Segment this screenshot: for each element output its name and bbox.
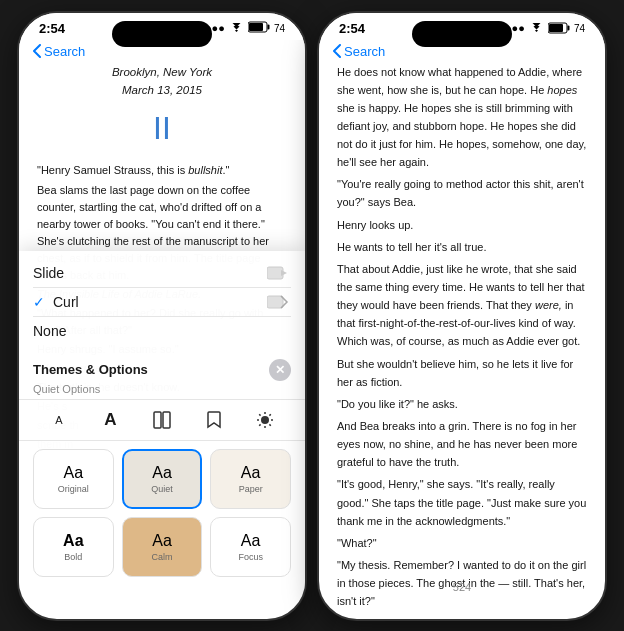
svg-rect-18	[549, 24, 563, 32]
reader-para-4: He wants to tell her it's all true.	[337, 238, 587, 256]
theme-quiet-label: Quiet	[151, 484, 173, 494]
bookmark-button[interactable]	[199, 406, 229, 434]
chevron-left-icon-right	[333, 44, 341, 58]
bookmark-icon	[207, 411, 221, 429]
reader-para-10: "What?"	[337, 534, 587, 552]
theme-focus-label: Focus	[238, 552, 263, 562]
quiet-options-label: Quiet Options	[19, 383, 305, 399]
svg-point-7	[261, 416, 269, 424]
slide-option-curl[interactable]: ✓ Curl	[33, 288, 291, 317]
chevron-left-icon-left	[33, 44, 41, 58]
checkmark-icon: ✓	[33, 294, 45, 310]
close-button[interactable]: ✕	[269, 359, 291, 381]
theme-bold-label: Bold	[64, 552, 82, 562]
theme-bold-aa: Aa	[63, 532, 83, 550]
left-phone: 2:54 ●●● 74 Search	[17, 11, 307, 621]
themes-title: Themes & Options	[33, 362, 148, 377]
book-header: Brooklyn, New YorkMarch 13, 2015	[37, 63, 287, 100]
svg-rect-3	[267, 267, 283, 279]
right-phone: 2:54 ●●● 74 Search	[317, 11, 607, 621]
svg-rect-6	[163, 412, 170, 428]
svg-rect-4	[267, 296, 283, 308]
back-label-left: Search	[44, 44, 85, 59]
dynamic-island	[112, 21, 212, 47]
slide-label: Slide	[33, 265, 64, 281]
reader-para-3: Henry looks up.	[337, 216, 587, 234]
columns-icon	[153, 411, 171, 429]
back-button-right[interactable]: Search	[333, 44, 385, 59]
theme-bold[interactable]: Aa Bold	[33, 517, 114, 577]
theme-focus[interactable]: Aa Focus	[210, 517, 291, 577]
svg-line-15	[259, 424, 260, 425]
sun-icon	[256, 411, 274, 429]
battery-percent-left: 74	[274, 23, 285, 34]
theme-quiet[interactable]: Aa Quiet	[122, 449, 203, 509]
curl-icon	[267, 294, 291, 310]
reader-para-9: "It's good, Henry," she says. "It's real…	[337, 475, 587, 529]
theme-calm[interactable]: Aa Calm	[122, 517, 203, 577]
reader-para-8: And Bea breaks into a grin. There is no …	[337, 417, 587, 471]
themes-header: Themes & Options ✕	[19, 353, 305, 383]
slide-option-slide[interactable]: Slide	[33, 259, 291, 288]
brightness-button[interactable]	[250, 406, 280, 434]
columns-button[interactable]	[147, 406, 177, 434]
theme-calm-aa: Aa	[152, 532, 172, 550]
theme-calm-label: Calm	[151, 552, 172, 562]
page-number: 524	[453, 581, 471, 593]
slide-icon	[267, 265, 291, 281]
svg-line-14	[270, 414, 271, 415]
battery-icon-left	[248, 21, 270, 33]
battery-icon-right	[548, 22, 570, 34]
theme-quiet-aa: Aa	[152, 464, 172, 482]
svg-rect-2	[249, 23, 263, 31]
book-content-left: Brooklyn, New YorkMarch 13, 2015 II "Hen…	[19, 63, 305, 589]
svg-line-12	[259, 414, 260, 415]
wifi-icon-right	[529, 23, 544, 34]
slide-options: Slide ✓ Curl	[19, 251, 305, 353]
small-font-button[interactable]: A	[44, 406, 74, 434]
large-font-button[interactable]: A	[95, 406, 125, 434]
time-left: 2:54	[39, 21, 65, 36]
reader-para-1: He does not know what happened to Addie,…	[337, 63, 587, 172]
battery-left	[248, 21, 270, 35]
wifi-icon	[229, 23, 244, 34]
text-toolbar: A A	[19, 399, 305, 441]
phones-container: 2:54 ●●● 74 Search	[17, 11, 607, 621]
status-icons-left: ●●● 74	[205, 21, 285, 35]
theme-focus-aa: Aa	[241, 532, 261, 550]
reader-content-right: He does not know what happened to Addie,…	[319, 63, 605, 609]
theme-original[interactable]: Aa Original	[33, 449, 114, 509]
reader-text: He does not know what happened to Addie,…	[337, 63, 587, 609]
svg-rect-5	[154, 412, 161, 428]
theme-original-label: Original	[58, 484, 89, 494]
para-1: "Henry Samuel Strauss, this is bullshit.…	[37, 162, 287, 179]
reader-para-6: But she wouldn't believe him, so he lets…	[337, 355, 587, 391]
themes-grid: Aa Original Aa Quiet Aa Paper Aa Bold	[19, 441, 305, 589]
theme-paper[interactable]: Aa Paper	[210, 449, 291, 509]
dynamic-island-right	[412, 21, 512, 47]
time-right: 2:54	[339, 21, 365, 36]
none-label: None	[33, 323, 66, 339]
slide-option-none[interactable]: None	[33, 317, 291, 345]
reader-para-7: "Do you like it?" he asks.	[337, 395, 587, 413]
svg-line-13	[270, 424, 271, 425]
chapter-number: II	[37, 103, 287, 154]
curl-label: Curl	[53, 294, 79, 310]
reader-para-2: "You're really going to method actor thi…	[337, 175, 587, 211]
theme-original-aa: Aa	[64, 464, 84, 482]
battery-percent-right: 74	[574, 23, 585, 34]
svg-rect-1	[267, 25, 269, 30]
back-label-right: Search	[344, 44, 385, 59]
bottom-panel: Slide ✓ Curl	[19, 251, 305, 589]
theme-paper-aa: Aa	[241, 464, 261, 482]
back-button-left[interactable]: Search	[33, 44, 85, 59]
reader-para-5: That about Addie, just like he wrote, th…	[337, 260, 587, 351]
theme-paper-label: Paper	[239, 484, 263, 494]
svg-rect-17	[567, 26, 569, 31]
status-icons-right: ●●● 74	[505, 22, 585, 34]
